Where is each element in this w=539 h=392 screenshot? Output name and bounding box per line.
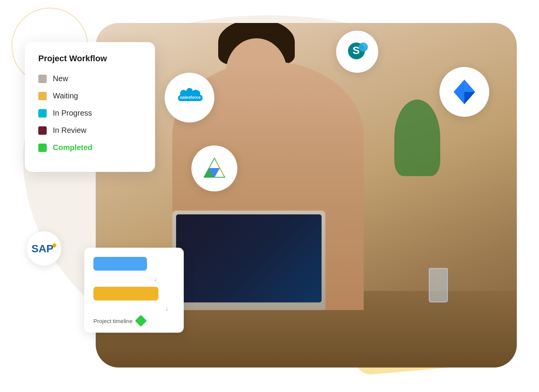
laptop <box>172 211 325 310</box>
completed-status-dot <box>38 144 47 152</box>
timeline-label-row: Project timeline <box>93 317 175 325</box>
sharepoint-icon: S <box>345 39 370 64</box>
water-glass <box>429 268 448 302</box>
google-drive-integration-badge <box>191 145 237 191</box>
timeline-label: Project timeline <box>93 318 133 324</box>
completed-label: Completed <box>53 143 92 152</box>
in-progress-label: In Progress <box>53 109 92 118</box>
timeline-arrow-1: ↓ <box>151 274 160 284</box>
svg-text:S: S <box>353 44 360 56</box>
svg-text:SAP: SAP <box>31 243 54 255</box>
workflow-item-in-review: In Review <box>38 126 142 135</box>
new-status-dot <box>38 75 47 83</box>
waiting-status-dot <box>38 92 47 100</box>
scene: Project Workflow New Waiting In Progress… <box>0 0 539 392</box>
salesforce-integration-badge: salesforce <box>165 73 214 122</box>
workflow-item-completed: Completed <box>38 143 142 152</box>
workflow-item-in-progress: In Progress <box>38 109 142 118</box>
timeline-bar-blue <box>93 257 147 271</box>
salesforce-logo: salesforce <box>174 87 205 109</box>
workflow-item-waiting: Waiting <box>38 91 142 100</box>
svg-text:salesforce: salesforce <box>180 95 201 100</box>
salesforce-cloud-icon: salesforce <box>174 87 205 108</box>
sap-integration-badge: SAP <box>27 231 61 266</box>
timeline-arrow-2: ↓ <box>162 304 172 313</box>
workflow-card: Project Workflow New Waiting In Progress… <box>25 42 155 172</box>
in-review-label: In Review <box>53 126 87 135</box>
in-review-status-dot <box>38 126 47 135</box>
jira-integration-badge <box>439 67 489 117</box>
google-drive-icon <box>201 156 228 181</box>
workflow-title: Project Workflow <box>38 54 142 64</box>
svg-point-13 <box>359 42 368 52</box>
timeline-card: ↓ ↓ Project timeline <box>84 248 184 333</box>
waiting-label: Waiting <box>53 91 78 100</box>
in-progress-status-dot <box>38 109 47 118</box>
jira-icon <box>450 78 479 106</box>
workflow-item-new: New <box>38 74 142 83</box>
sharepoint-integration-badge: S <box>336 31 378 73</box>
plant-decoration <box>394 100 440 176</box>
new-label: New <box>53 74 68 83</box>
timeline-diamond <box>135 315 147 327</box>
sap-logo-icon: SAP <box>31 241 57 256</box>
timeline-bar-yellow <box>93 287 158 301</box>
laptop-screen <box>176 214 322 302</box>
